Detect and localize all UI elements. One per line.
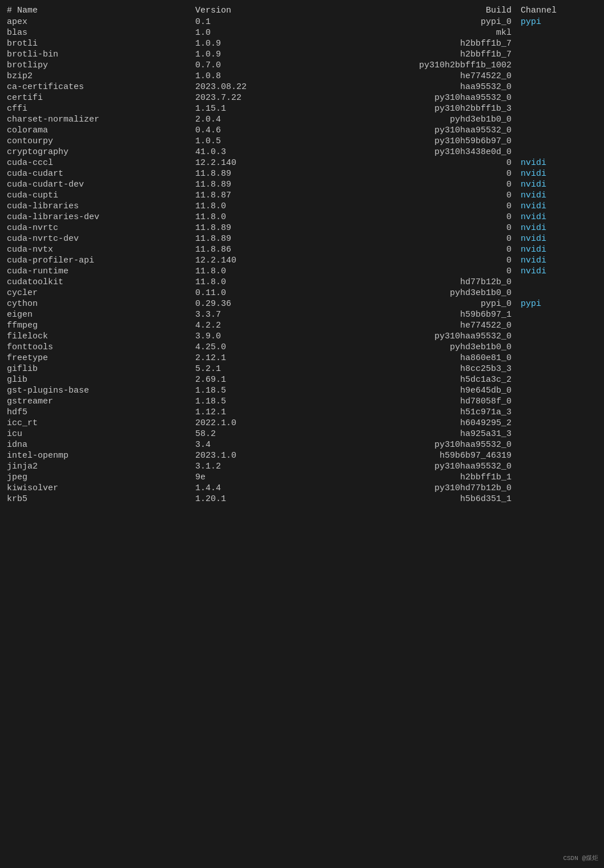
table-row: bzip21.0.8he774522_0 xyxy=(2,71,602,82)
package-version: 11.8.0 xyxy=(191,266,302,277)
package-version: 2022.1.0 xyxy=(191,418,302,429)
package-name: idna xyxy=(2,439,191,450)
table-row: jpeg9eh2bbff1b_1 xyxy=(2,472,602,483)
package-name: cryptography xyxy=(2,147,191,158)
package-channel xyxy=(516,364,602,374)
package-version: 11.8.86 xyxy=(191,244,302,255)
package-version: 11.8.0 xyxy=(191,201,302,212)
package-list: apex0.1pypi_0pypiblas1.0mklbrotli1.0.9h2… xyxy=(2,17,602,504)
package-name: cuda-cudart-dev xyxy=(2,179,191,190)
package-build: h51c971a_3 xyxy=(302,407,516,418)
table-row: icc_rt2022.1.0h6049295_2 xyxy=(2,418,602,429)
package-name: krb5 xyxy=(2,494,191,504)
package-channel xyxy=(516,472,602,483)
package-build: h59b6b97_1 xyxy=(302,309,516,320)
package-version: 2.0.4 xyxy=(191,114,302,125)
package-name: hdf5 xyxy=(2,407,191,418)
table-row: cryptography41.0.3py310h3438e0d_0 xyxy=(2,147,602,158)
package-name: cuda-nvtx xyxy=(2,244,191,255)
header-name: # Name xyxy=(2,5,191,17)
package-table: # Name Version Build Channel apex0.1pypi… xyxy=(2,5,602,504)
package-channel xyxy=(516,342,602,353)
package-version: 11.8.89 xyxy=(191,179,302,190)
package-table-container: # Name Version Build Channel apex0.1pypi… xyxy=(2,5,602,504)
package-channel: nvidi xyxy=(516,266,602,277)
terminal-window: # Name Version Build Channel apex0.1pypi… xyxy=(0,0,604,509)
package-channel: nvidi xyxy=(516,244,602,255)
package-channel xyxy=(516,136,602,147)
package-channel xyxy=(516,320,602,331)
package-version: 1.4.4 xyxy=(191,483,302,494)
package-channel xyxy=(516,288,602,298)
package-version: 0.1 xyxy=(191,17,302,27)
table-row: brotlipy0.7.0py310h2bbff1b_1002 xyxy=(2,60,602,71)
package-build: pypi_0 xyxy=(302,298,516,309)
table-row: cuda-cudart11.8.890nvidi xyxy=(2,168,602,179)
table-row: krb51.20.1h5b6d351_1 xyxy=(2,494,602,504)
package-build: py310haa95532_0 xyxy=(302,461,516,472)
package-build: 0 xyxy=(302,223,516,233)
package-channel xyxy=(516,396,602,407)
package-name: cycler xyxy=(2,288,191,298)
package-name: fonttools xyxy=(2,342,191,353)
table-row: giflib5.2.1h8cc25b3_3 xyxy=(2,364,602,374)
package-name: charset-normalizer xyxy=(2,114,191,125)
package-build: 0 xyxy=(302,266,516,277)
package-channel xyxy=(516,309,602,320)
package-channel xyxy=(516,418,602,429)
table-row: cuda-runtime11.8.00nvidi xyxy=(2,266,602,277)
table-row: gst-plugins-base1.18.5h9e645db_0 xyxy=(2,385,602,396)
package-channel xyxy=(516,353,602,364)
package-channel xyxy=(516,38,602,49)
table-row: cuda-libraries-dev11.8.00nvidi xyxy=(2,212,602,223)
package-name: intel-openmp xyxy=(2,450,191,461)
package-channel xyxy=(516,277,602,288)
package-version: 4.2.2 xyxy=(191,320,302,331)
package-channel xyxy=(516,407,602,418)
package-channel xyxy=(516,494,602,504)
table-row: cython0.29.36pypi_0pypi xyxy=(2,298,602,309)
header-channel: Channel xyxy=(516,5,602,17)
table-row: hdf51.12.1h51c971a_3 xyxy=(2,407,602,418)
package-channel xyxy=(516,483,602,494)
package-build: py310h2bbff1b_1002 xyxy=(302,60,516,71)
package-build: h6049295_2 xyxy=(302,418,516,429)
package-version: 0.4.6 xyxy=(191,125,302,136)
table-row: ca-certificates2023.08.22haa95532_0 xyxy=(2,82,602,92)
table-row: brotli1.0.9h2bbff1b_7 xyxy=(2,38,602,49)
package-build: py310h59b6b97_0 xyxy=(302,136,516,147)
package-name: cython xyxy=(2,298,191,309)
table-row: eigen3.3.7h59b6b97_1 xyxy=(2,309,602,320)
package-build: py310haa95532_0 xyxy=(302,125,516,136)
package-channel xyxy=(516,27,602,38)
package-build: hd77b12b_0 xyxy=(302,277,516,288)
package-build: py310haa95532_0 xyxy=(302,92,516,103)
table-row: cuda-nvtx11.8.860nvidi xyxy=(2,244,602,255)
package-version: 58.2 xyxy=(191,429,302,439)
watermark: CSDN @煤炬 xyxy=(563,854,598,862)
package-name: kiwisolver xyxy=(2,483,191,494)
package-name: cuda-nvrtc xyxy=(2,223,191,233)
package-build: 0 xyxy=(302,212,516,223)
package-name: gstreamer xyxy=(2,396,191,407)
package-name: glib xyxy=(2,374,191,385)
table-row: glib2.69.1h5dc1a3c_2 xyxy=(2,374,602,385)
package-name: brotlipy xyxy=(2,60,191,71)
package-build: 0 xyxy=(302,201,516,212)
table-row: contourpy1.0.5py310h59b6b97_0 xyxy=(2,136,602,147)
package-version: 41.0.3 xyxy=(191,147,302,158)
package-version: 3.9.0 xyxy=(191,331,302,342)
package-name: cuda-nvrtc-dev xyxy=(2,233,191,244)
package-channel: nvidi xyxy=(516,255,602,266)
package-build: 0 xyxy=(302,190,516,201)
package-channel xyxy=(516,147,602,158)
table-row: ffmpeg4.2.2he774522_0 xyxy=(2,320,602,331)
package-channel xyxy=(516,82,602,92)
package-version: 4.25.0 xyxy=(191,342,302,353)
table-header: # Name Version Build Channel xyxy=(2,5,602,17)
package-version: 1.0 xyxy=(191,27,302,38)
table-row: idna3.4py310haa95532_0 xyxy=(2,439,602,450)
package-version: 1.0.9 xyxy=(191,38,302,49)
package-version: 11.8.89 xyxy=(191,223,302,233)
package-name: icc_rt xyxy=(2,418,191,429)
